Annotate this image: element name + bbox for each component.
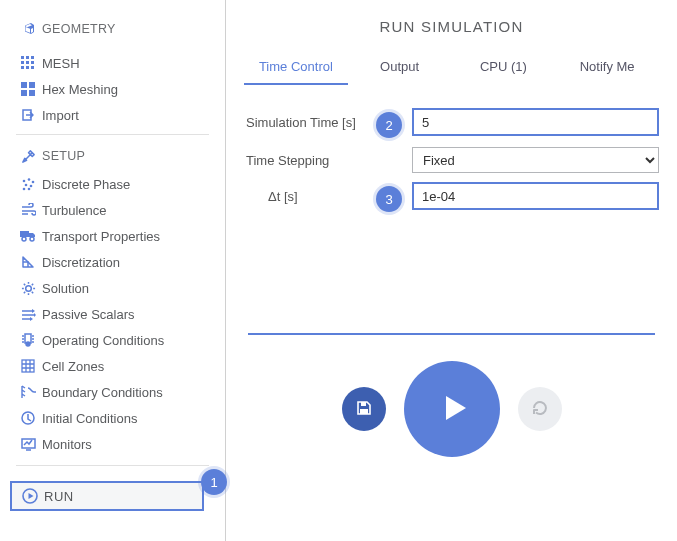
passive-scalars-icon xyxy=(16,308,40,321)
sidebar-item-mesh[interactable]: MESH xyxy=(0,50,225,76)
group-geometry-header: GEOMETRY xyxy=(0,14,225,44)
svg-point-14 xyxy=(28,178,31,181)
tab-output[interactable]: Output xyxy=(348,51,452,85)
group-setup-label: SETUP xyxy=(42,149,85,163)
sidebar-item-passive-scalars[interactable]: Passive Scalars xyxy=(0,301,225,327)
svg-rect-0 xyxy=(21,56,24,59)
sidebar-item-hex-meshing[interactable]: Hex Meshing xyxy=(0,76,225,102)
svg-rect-12 xyxy=(29,90,35,96)
svg-rect-3 xyxy=(21,61,24,64)
svg-rect-8 xyxy=(31,66,34,69)
sidebar-item-boundary-conditions[interactable]: Boundary Conditions xyxy=(0,379,225,405)
sidebar-item-label: Transport Properties xyxy=(42,229,160,244)
sim-time-label: Simulation Time [s] xyxy=(244,115,376,130)
svg-rect-4 xyxy=(26,61,29,64)
cell-zones-icon xyxy=(16,359,40,373)
time-stepping-select[interactable]: Fixed xyxy=(412,147,659,173)
sidebar-item-monitors[interactable]: Monitors xyxy=(0,431,225,457)
svg-point-18 xyxy=(23,188,26,191)
transport-icon xyxy=(16,230,40,242)
time-stepping-label: Time Stepping xyxy=(244,153,376,168)
reset-button xyxy=(518,387,562,431)
sidebar-item-label: Passive Scalars xyxy=(42,307,134,322)
sidebar-item-operating-conditions[interactable]: Operating Conditions xyxy=(0,327,225,353)
svg-point-22 xyxy=(25,285,31,291)
sidebar-item-initial-conditions[interactable]: Initial Conditions xyxy=(0,405,225,431)
svg-point-13 xyxy=(23,180,26,183)
sidebar-item-label: Cell Zones xyxy=(42,359,104,374)
monitors-icon xyxy=(16,438,40,451)
svg-rect-1 xyxy=(26,56,29,59)
play-circle-icon xyxy=(18,488,42,504)
import-icon xyxy=(16,108,40,122)
sidebar-item-cell-zones[interactable]: Cell Zones xyxy=(0,353,225,379)
dt-label: Δt [s] xyxy=(244,189,376,204)
svg-rect-9 xyxy=(21,82,27,88)
operating-conditions-icon xyxy=(16,333,40,347)
separator xyxy=(248,333,655,335)
run-button[interactable] xyxy=(404,361,500,457)
sidebar-item-label: Discrete Phase xyxy=(42,177,130,192)
svg-rect-7 xyxy=(26,66,29,69)
setup-icon xyxy=(16,149,40,164)
callout-2: 2 xyxy=(376,112,402,138)
tab-cpu[interactable]: CPU (1) xyxy=(452,51,556,85)
divider xyxy=(16,134,209,135)
initial-conditions-icon xyxy=(16,411,40,425)
svg-rect-10 xyxy=(29,82,35,88)
dt-input[interactable] xyxy=(412,182,659,210)
play-icon xyxy=(432,388,472,431)
tab-notify-me[interactable]: Notify Me xyxy=(555,51,659,85)
sidebar-item-run[interactable]: RUN xyxy=(10,481,204,511)
svg-rect-2 xyxy=(31,56,34,59)
callout-3: 3 xyxy=(376,186,402,212)
run-label: RUN xyxy=(44,489,74,504)
group-setup-header: SETUP xyxy=(0,141,225,171)
svg-point-17 xyxy=(30,185,33,188)
tabs: Time Control Output CPU (1) Notify Me xyxy=(244,51,659,85)
sidebar-item-label: Monitors xyxy=(42,437,92,452)
svg-point-15 xyxy=(32,181,35,184)
refresh-icon xyxy=(530,398,550,421)
hex-meshing-icon xyxy=(16,82,40,96)
sidebar-item-transport-properties[interactable]: Transport Properties xyxy=(0,223,225,249)
svg-rect-6 xyxy=(21,66,24,69)
sidebar-item-discretization[interactable]: Discretization xyxy=(0,249,225,275)
svg-rect-25 xyxy=(22,360,34,372)
sidebar-item-label: Solution xyxy=(42,281,89,296)
svg-rect-11 xyxy=(21,90,27,96)
sim-time-input[interactable] xyxy=(412,108,659,136)
mesh-icon xyxy=(16,56,40,70)
sidebar-item-label: MESH xyxy=(42,56,80,71)
save-button[interactable] xyxy=(342,387,386,431)
svg-point-24 xyxy=(26,342,30,346)
time-control-form: Simulation Time [s] 2 Time Stepping Fixe… xyxy=(244,85,659,213)
geometry-icon xyxy=(16,21,40,37)
divider xyxy=(16,465,209,466)
callout-1: 1 xyxy=(201,469,227,495)
run-panel: RUN SIMULATION Time Control Output CPU (… xyxy=(226,0,677,541)
sidebar-item-import[interactable]: Import xyxy=(0,102,225,128)
svg-point-20 xyxy=(22,237,26,241)
sidebar-item-label: Import xyxy=(42,108,79,123)
sidebar-item-label: Discretization xyxy=(42,255,120,270)
svg-point-21 xyxy=(30,237,34,241)
panel-title: RUN SIMULATION xyxy=(244,0,659,51)
tab-time-control[interactable]: Time Control xyxy=(244,51,348,85)
sidebar-item-solution[interactable]: Solution xyxy=(0,275,225,301)
svg-point-19 xyxy=(28,188,31,191)
solution-icon xyxy=(16,281,40,296)
svg-point-26 xyxy=(34,391,36,393)
svg-rect-5 xyxy=(31,61,34,64)
save-icon xyxy=(355,399,373,420)
discrete-phase-icon xyxy=(16,177,40,191)
sidebar: GEOMETRY MESH Hex Meshing Import SETUP D… xyxy=(0,0,226,541)
turbulence-icon xyxy=(16,203,40,217)
discretization-icon xyxy=(16,255,40,269)
sidebar-item-discrete-phase[interactable]: Discrete Phase xyxy=(0,171,225,197)
sidebar-item-turbulence[interactable]: Turbulence xyxy=(0,197,225,223)
group-geometry-label: GEOMETRY xyxy=(42,22,116,36)
sidebar-item-label: Hex Meshing xyxy=(42,82,118,97)
sidebar-item-label: Boundary Conditions xyxy=(42,385,163,400)
sidebar-item-label: Operating Conditions xyxy=(42,333,164,348)
